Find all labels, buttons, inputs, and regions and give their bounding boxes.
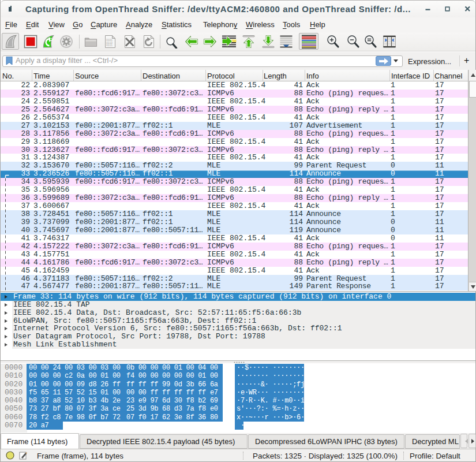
svg-text:0111: 0111 — [106, 44, 113, 47]
